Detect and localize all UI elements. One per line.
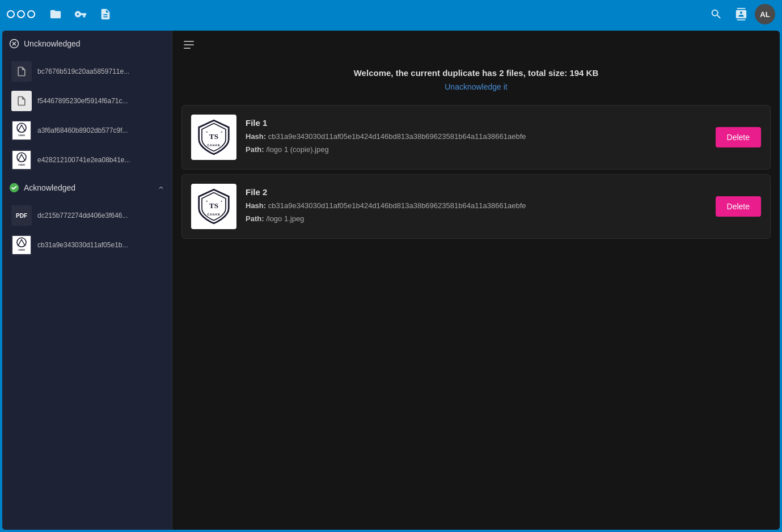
svg-text:★: ★ bbox=[221, 130, 223, 133]
file-card-1: TS CAHAN ★ ★ File 1 Hash: cb31a9e343030d… bbox=[181, 105, 771, 170]
uncknowledged-label: Uncknowledged bbox=[24, 39, 81, 48]
welcome-section: Welcome, the current duplicate has 2 fil… bbox=[172, 59, 780, 100]
file-2-thumbnail: TS CAHAN ★ ★ bbox=[191, 184, 236, 229]
user-avatar[interactable]: AL bbox=[755, 4, 775, 24]
svg-rect-10 bbox=[12, 236, 31, 254]
svg-rect-3 bbox=[12, 121, 31, 140]
file-1-path-label: Path: bbox=[246, 145, 264, 154]
welcome-title: Welcome, the current duplicate has 2 fil… bbox=[181, 68, 771, 78]
content-panel: Welcome, the current duplicate has 2 fil… bbox=[172, 31, 780, 530]
file-thumb-6: CAHAN bbox=[11, 235, 32, 255]
logo-circle-3 bbox=[27, 10, 35, 18]
sidebar: Uncknowledged bc7676b519c20aa5859711e...… bbox=[2, 31, 172, 530]
file-1-hash: Hash: cb31a9e343030d11af05e1b424d146bd81… bbox=[246, 131, 707, 142]
topbar-nav bbox=[44, 3, 705, 26]
file-2-path-label: Path: bbox=[246, 214, 264, 223]
file-thumb-5: PDF bbox=[11, 205, 32, 226]
uncknowledged-section-header[interactable]: Uncknowledged bbox=[2, 31, 172, 57]
file-1-path: Path: /logo 1 (copie).jpeg bbox=[246, 144, 707, 155]
svg-text:CAHAN: CAHAN bbox=[18, 164, 25, 166]
svg-text:CAHAN: CAHAN bbox=[208, 213, 221, 216]
hamburger-line-1 bbox=[184, 41, 194, 42]
check-circle-icon bbox=[9, 183, 19, 193]
topbar-right: AL bbox=[705, 3, 775, 26]
file-thumb-1 bbox=[11, 61, 32, 82]
file-2-path-value: /logo 1.jpeg bbox=[266, 214, 304, 223]
sidebar-item-2-name: f54467895230ef5914f6a71c... bbox=[37, 97, 128, 105]
close-circle-icon bbox=[9, 39, 19, 49]
acknowledged-label: Acknowledged bbox=[24, 183, 75, 192]
file-1-title: File 1 bbox=[246, 118, 707, 128]
svg-text:TS: TS bbox=[209, 201, 218, 210]
sidebar-item-6[interactable]: CAHAN cb31a9e343030d11af05e1b... bbox=[2, 230, 172, 260]
svg-text:CAHAN: CAHAN bbox=[18, 134, 25, 137]
file-2-hash: Hash: cb31a9e343030d11af05e1b424d146bd81… bbox=[246, 200, 707, 212]
file-2-title: File 2 bbox=[246, 187, 707, 197]
svg-text:★: ★ bbox=[206, 200, 208, 202]
sidebar-item-3-name: a3f6af68460b8902db577c9f... bbox=[37, 126, 128, 134]
file-1-info: File 1 Hash: cb31a9e343030d11af05e1b424d… bbox=[246, 118, 707, 157]
hamburger-line-3 bbox=[184, 48, 191, 49]
file-thumb-4: CAHAN bbox=[11, 150, 32, 170]
sidebar-item-4-name: e428212100741e2ea08b41e... bbox=[37, 156, 130, 164]
contacts-nav-icon[interactable] bbox=[730, 3, 753, 26]
file-1-hash-value: cb31a9e343030d11af05e1b424d146bd813a38b6… bbox=[268, 132, 526, 141]
sidebar-item-5[interactable]: PDF dc215b772274dd406e3f646... bbox=[2, 201, 172, 230]
search-nav-icon[interactable] bbox=[705, 3, 728, 26]
svg-rect-6 bbox=[12, 151, 31, 169]
svg-text:★: ★ bbox=[206, 130, 208, 133]
file-cards-list: TS CAHAN ★ ★ File 1 Hash: cb31a9e343030d… bbox=[172, 100, 780, 243]
file-2-hash-value: cb31a9e343030d11af05e1b424d146bd813a38b6… bbox=[268, 201, 526, 210]
sidebar-item-6-name: cb31a9e343030d11af05e1b... bbox=[37, 241, 128, 249]
content-toolbar bbox=[172, 31, 780, 59]
svg-text:CAHAN: CAHAN bbox=[208, 144, 221, 147]
sidebar-item-4[interactable]: CAHAN e428212100741e2ea08b41e... bbox=[2, 145, 172, 175]
topbar: AL bbox=[0, 0, 782, 28]
svg-text:★: ★ bbox=[221, 200, 223, 202]
file-2-path: Path: /logo 1.jpeg bbox=[246, 213, 707, 225]
file-2-info: File 2 Hash: cb31a9e343030d11af05e1b424d… bbox=[246, 187, 707, 226]
sidebar-item-1[interactable]: bc7676b519c20aa5859711e... bbox=[2, 57, 172, 86]
svg-text:TS: TS bbox=[209, 132, 218, 141]
sidebar-item-2[interactable]: f54467895230ef5914f6a71c... bbox=[2, 86, 172, 116]
file-1-hash-label: Hash: bbox=[246, 132, 266, 141]
file-2-hash-label: Hash: bbox=[246, 201, 266, 210]
file-1-delete-button[interactable]: Delete bbox=[716, 127, 761, 147]
acknowledged-section-header[interactable]: Acknowledged bbox=[2, 175, 172, 201]
file-thumb-3: CAHAN bbox=[11, 120, 32, 141]
app-logo[interactable] bbox=[7, 10, 35, 18]
menu-toggle-button[interactable] bbox=[181, 39, 196, 51]
hamburger-line-2 bbox=[184, 44, 194, 45]
key-nav-icon[interactable] bbox=[69, 3, 92, 26]
nextcloud-logo bbox=[7, 10, 35, 18]
svg-text:CAHAN: CAHAN bbox=[18, 249, 25, 251]
unacknowledge-link[interactable]: Unacknowledge it bbox=[181, 82, 771, 91]
sidebar-item-3[interactable]: CAHAN a3f6af68460b8902db577c9f... bbox=[2, 116, 172, 145]
file-thumb-2 bbox=[11, 91, 32, 111]
file-card-2: TS CAHAN ★ ★ File 2 Hash: cb31a9e343030d… bbox=[181, 174, 771, 239]
file-1-thumbnail: TS CAHAN ★ ★ bbox=[191, 115, 236, 160]
main-area: Uncknowledged bc7676b519c20aa5859711e...… bbox=[2, 31, 780, 530]
file-1-path-value: /logo 1 (copie).jpeg bbox=[266, 145, 329, 154]
files-nav-icon[interactable] bbox=[44, 3, 67, 26]
file-2-delete-button[interactable]: Delete bbox=[716, 196, 761, 217]
sidebar-item-5-name: dc215b772274dd406e3f646... bbox=[37, 212, 128, 219]
logo-circle-2 bbox=[17, 10, 25, 18]
collapse-icon bbox=[157, 184, 165, 192]
sidebar-item-1-name: bc7676b519c20aa5859711e... bbox=[37, 67, 129, 75]
logo-circle-1 bbox=[7, 10, 15, 18]
notes-nav-icon[interactable] bbox=[94, 3, 117, 26]
